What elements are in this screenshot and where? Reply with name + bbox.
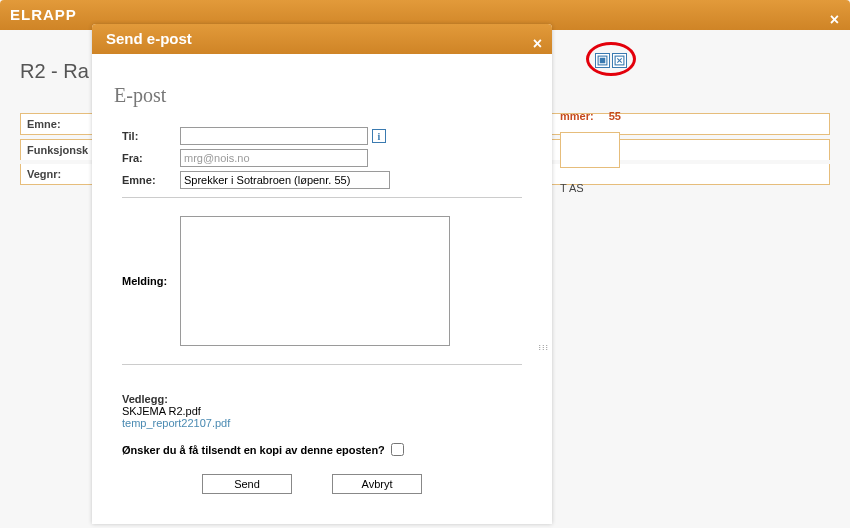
right-as-text: T AS — [560, 182, 584, 194]
dialog-title: Send e-post — [106, 30, 192, 47]
cancel-button[interactable]: Avbryt — [332, 474, 422, 494]
dialog-resize-grip[interactable]: ········· — [538, 344, 549, 350]
app-title: ELRAPP — [10, 6, 77, 23]
toolbar-icons — [595, 53, 627, 68]
lopenr-value: 55 — [609, 110, 621, 122]
dialog-header: Send e-post × — [92, 24, 552, 54]
subject-input[interactable] — [180, 171, 390, 189]
excel-export-icon[interactable] — [612, 53, 627, 68]
dialog-resize-track: ········· — [542, 54, 550, 524]
dialog-body: E-post Til: i Fra: Emne: Melding: Vedleg… — [92, 54, 552, 524]
info-icon[interactable]: i — [372, 129, 386, 143]
divider-2 — [122, 364, 522, 365]
button-row: Send Avbryt — [122, 474, 522, 494]
copy-row: Ønsker du å få tilsendt en kopi av denne… — [122, 443, 522, 456]
attachment-1: SKJEMA R2.pdf — [122, 405, 522, 417]
svg-rect-1 — [600, 58, 606, 64]
to-row: Til: i — [122, 127, 522, 145]
to-input[interactable] — [180, 127, 368, 145]
divider-1 — [122, 197, 522, 198]
attachment-2-link[interactable]: temp_report22107.pdf — [122, 417, 230, 429]
from-row: Fra: — [122, 149, 522, 167]
subject-row: Emne: — [122, 171, 522, 189]
lopenr-field: mmer: 55 — [560, 110, 621, 122]
send-email-dialog: Send e-post × E-post Til: i Fra: Emne: M… — [92, 24, 552, 524]
from-label: Fra: — [122, 152, 180, 164]
copy-question: Ønsker du å få tilsendt en kopi av denne… — [122, 444, 385, 456]
right-empty-box — [560, 132, 620, 168]
attachments-label: Vedlegg: — [122, 393, 522, 405]
lopenr-label: mmer: — [560, 110, 594, 122]
message-row: Melding: — [122, 216, 522, 346]
to-label: Til: — [122, 130, 180, 142]
attachments-section: Vedlegg: SKJEMA R2.pdf temp_report22107.… — [122, 393, 522, 429]
word-export-icon[interactable] — [595, 53, 610, 68]
dialog-heading: E-post — [114, 84, 522, 107]
copy-checkbox[interactable] — [391, 443, 404, 456]
from-input — [180, 149, 368, 167]
send-button[interactable]: Send — [202, 474, 292, 494]
close-icon[interactable]: × — [830, 5, 840, 35]
message-label: Melding: — [122, 275, 180, 287]
message-textarea[interactable] — [180, 216, 450, 346]
subject-label: Emne: — [122, 174, 180, 186]
